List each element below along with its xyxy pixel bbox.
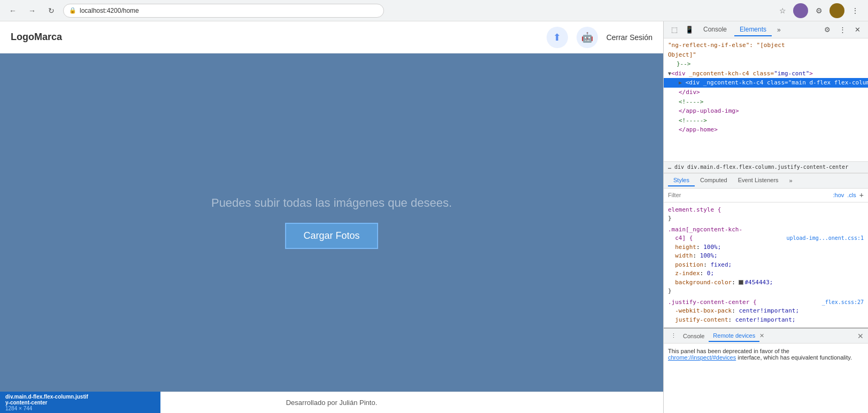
tab-event-listeners[interactable]: Event Listeners [733, 175, 784, 186]
footer-text: Desarrollado por Julián Pinto. [286, 399, 378, 407]
device-toolbar-button[interactable]: 📱 [683, 24, 696, 36]
html-line: Object]" [664, 50, 868, 60]
forward-button[interactable]: → [25, 3, 40, 18]
back-button[interactable]: ← [5, 3, 20, 18]
close-bottom-panel-button[interactable]: ✕ [857, 332, 864, 340]
extension-avatar[interactable] [793, 3, 808, 18]
browser-chrome: ← → ↻ 🔒 localhost:4200/home ☆ ⚙ ⋮ [0, 0, 868, 21]
app-area: LogoMarca ⬆ 🤖 Cerrar Sesión Puedes subir… [0, 21, 663, 413]
status-selector2: y-content-center [5, 400, 155, 406]
tab-styles[interactable]: Styles [668, 175, 695, 186]
devtools-styles-section: Styles Computed Event Listeners » :hov .… [664, 173, 868, 328]
bottom-status-bar: div.main.d-flex.flex-column.justif y-con… [0, 392, 160, 413]
robot-icon: 🤖 [581, 32, 593, 43]
address-bar[interactable]: 🔒 localhost:4200/home [63, 4, 384, 18]
remote-panel-text: This panel has been deprecated in favor … [668, 348, 789, 354]
bottom-tab-remote-devices[interactable]: Remote devices [709, 330, 759, 342]
upload-icon-button[interactable]: ⬆ [547, 27, 568, 48]
bottom-tab-console[interactable]: Console [679, 331, 709, 341]
styles-filter-input[interactable] [668, 192, 830, 198]
breadcrumb-text: … div div.main.d-flex.flex-column.justif… [668, 164, 848, 170]
styles-add-rule-button[interactable]: + [859, 191, 864, 199]
lock-icon: 🔒 [69, 7, 76, 14]
html-line: "ng-reflect-ng-if-else": "[object [664, 41, 868, 50]
status-size: 1284 × 744 [5, 406, 155, 411]
url-text: localhost:4200/home [80, 7, 139, 14]
devtools-toolbar-right: ⚙ ⋮ ✕ [821, 24, 864, 36]
css-rule-justify-center: .justify-content-center { _flex.scss:27 … [664, 297, 868, 326]
devtools-html-view[interactable]: "ng-reflect-ng-if-else": "[object Object… [664, 38, 868, 161]
extensions-button[interactable]: ⚙ [811, 3, 826, 18]
menu-button[interactable]: ⋮ [848, 3, 863, 18]
css-link-main[interactable]: upload-img...onent.css:1 [787, 234, 864, 242]
app-main-content: Puedes subir todas las imágenes que dese… [0, 53, 663, 392]
devtools-toolbar: ⬚ 📱 Console Elements » ⚙ ⋮ ✕ [664, 21, 868, 38]
browser-actions: ☆ ⚙ ⋮ [775, 3, 863, 18]
devtools-more-tabs-button[interactable]: » [774, 24, 784, 36]
styles-more-tabs-button[interactable]: » [786, 176, 796, 185]
html-line: }--> [664, 59, 868, 69]
upload-icon: ⬆ [553, 32, 561, 43]
tab-console[interactable]: Console [698, 24, 732, 36]
html-line: <!-----> [664, 116, 868, 126]
bottom-panel-menu-button[interactable]: ⋮ [668, 331, 679, 341]
app-main-text: Puedes subir todas las imágenes que dese… [211, 196, 452, 210]
devtools-close-button[interactable]: ✕ [851, 24, 864, 36]
styles-filter-cls-button[interactable]: .cls [847, 192, 856, 198]
cargar-fotos-button[interactable]: Cargar Fotos [285, 223, 378, 249]
status-selector: div.main.d-flex.flex-column.justif [5, 394, 155, 400]
tab-elements[interactable]: Elements [734, 24, 772, 36]
html-line: ▼<div _ngcontent-kch-c4 class="img-cont"… [664, 69, 868, 79]
color-swatch [739, 280, 743, 285]
reload-button[interactable]: ↻ [44, 3, 59, 18]
html-line: </app-home> [664, 125, 868, 135]
devtools-bottom-content: This panel has been deprecated in favor … [664, 344, 868, 413]
inspect-element-button[interactable]: ⬚ [668, 24, 681, 36]
css-link-flex[interactable]: _flex.scss:27 [822, 298, 864, 306]
main-layout: LogoMarca ⬆ 🤖 Cerrar Sesión Puedes subir… [0, 21, 868, 413]
styles-filter-hov-button[interactable]: :hov [833, 192, 844, 198]
devtools-menu-button[interactable]: ⋮ [836, 24, 849, 36]
html-line: </div> [664, 88, 868, 97]
navbar-right: ⬆ 🤖 Cerrar Sesión [547, 27, 652, 48]
html-line: </app-upload-img> [664, 106, 868, 116]
star-button[interactable]: ☆ [775, 3, 790, 18]
remote-panel-text-after: interface, which has equivalent function… [736, 354, 852, 361]
devtools-settings-button[interactable]: ⚙ [821, 24, 834, 36]
robot-icon-button[interactable]: 🤖 [577, 27, 598, 48]
css-rule-element-style: element.style { } [664, 205, 868, 224]
devtools-bottom-tabs: ⋮ Console Remote devices ✕ ✕ [664, 329, 868, 344]
remote-devices-link[interactable]: chrome://inspect/#devices [668, 354, 736, 361]
devtools-bottom-panel: ⋮ Console Remote devices ✕ ✕ This panel … [664, 328, 868, 413]
devtools-panel: ⬚ 📱 Console Elements » ⚙ ⋮ ✕ "ng-reflect… [663, 21, 868, 413]
styles-filter-bar: :hov .cls + [664, 189, 868, 202]
profile-avatar[interactable] [829, 3, 844, 18]
breadcrumb: … div div.main.d-flex.flex-column.justif… [664, 161, 868, 173]
styles-content: element.style { } .main[_ngcontent-kch- … [664, 202, 868, 328]
cerrar-sesion-button[interactable]: Cerrar Sesión [606, 33, 652, 42]
tab-computed[interactable]: Computed [695, 175, 733, 186]
close-remote-devices-tab-button[interactable]: ✕ [759, 332, 764, 339]
css-rule-main: .main[_ngcontent-kch- c4] { upload-img..… [664, 224, 868, 297]
html-line: <!----> [664, 97, 868, 107]
app-navbar: LogoMarca ⬆ 🤖 Cerrar Sesión [0, 21, 663, 53]
app-logo: LogoMarca [11, 32, 62, 43]
styles-tabs: Styles Computed Event Listeners » [664, 174, 868, 189]
html-line-selected[interactable]: ▶ <div _ngcontent-kch-c4 class="main d-f… [664, 78, 868, 88]
